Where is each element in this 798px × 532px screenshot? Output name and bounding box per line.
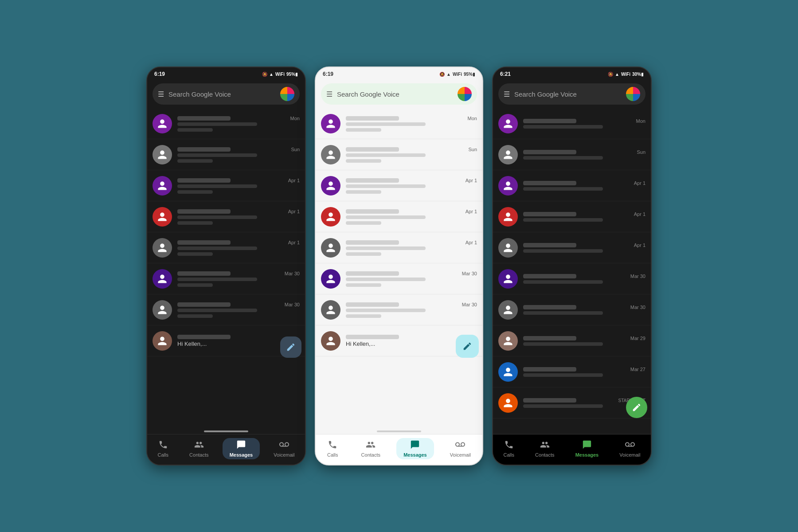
nav-contacts-3[interactable]: Contacts	[528, 438, 561, 459]
list-item[interactable]: STARWARST	[493, 387, 651, 419]
avatar	[498, 207, 518, 227]
status-bar-3: 6:21 🔕 ▲ WiFi 30%▮	[493, 67, 651, 80]
blurred-preview	[523, 218, 603, 222]
hamburger-menu-3[interactable]: ☰	[504, 90, 510, 98]
list-item[interactable]: Apr 1	[316, 170, 482, 201]
calls-icon	[158, 440, 168, 451]
calls-icon	[504, 440, 514, 451]
calls-label: Calls	[504, 452, 514, 458]
list-item[interactable]: Mon	[316, 108, 482, 139]
nav-voicemail-3[interactable]: Voicemail	[612, 438, 647, 459]
list-item[interactable]: Mar 27	[493, 356, 651, 387]
hamburger-menu-1[interactable]: ☰	[158, 90, 164, 98]
nav-messages-1[interactable]: Messages	[223, 438, 260, 459]
message-content: Mar 30	[177, 302, 300, 318]
blurred-preview	[523, 280, 603, 284]
avatar	[321, 269, 340, 289]
message-content: Sun	[346, 147, 477, 163]
user-avatar-3[interactable]	[626, 87, 640, 101]
list-item[interactable]: Mar 30	[316, 294, 482, 325]
compose-fab-3[interactable]	[626, 397, 647, 418]
user-avatar-1[interactable]	[280, 87, 294, 101]
nav-messages-2[interactable]: Messages	[396, 438, 434, 459]
avatar	[498, 114, 518, 133]
message-content: Mon	[346, 116, 477, 132]
avatar	[498, 300, 518, 320]
blurred-name	[523, 119, 576, 123]
list-item[interactable]: Sun	[316, 139, 482, 170]
bottom-nav-1: Calls Contacts Messages Voicemail	[147, 434, 305, 465]
blurred-preview-2	[177, 252, 213, 256]
contacts-label: Contacts	[189, 452, 208, 458]
phone-2: 6:19 🔕 ▲ WiFi 95%▮ ☰ Search Google Voice	[315, 66, 483, 466]
blurred-preview	[346, 246, 426, 250]
status-icons-2: 🔕 ▲ WiFi 95%▮	[439, 72, 475, 77]
blurred-name	[523, 367, 576, 372]
list-item[interactable]: Apr 1	[493, 201, 651, 232]
list-item[interactable]: Apr 1	[316, 201, 482, 232]
blurred-name	[523, 398, 576, 403]
message-date: Mar 30	[285, 302, 300, 307]
blurred-preview-2	[177, 128, 213, 132]
search-bar-1[interactable]: ☰ Search Google Voice	[153, 83, 300, 105]
nav-contacts-2[interactable]: Contacts	[354, 438, 387, 459]
mute-icon: 🔕	[439, 72, 445, 77]
blurred-name	[346, 271, 399, 276]
message-content: Apr 1	[346, 178, 477, 194]
voicemail-label: Voicemail	[619, 452, 640, 458]
message-date: Sun	[637, 149, 645, 155]
list-item[interactable]: Apr 1	[493, 232, 651, 263]
voicemail-label: Voicemail	[450, 452, 471, 458]
avatar	[153, 176, 172, 196]
list-item[interactable]: Mar 30	[147, 294, 305, 325]
list-item[interactable]: Hi Kellen,...	[316, 325, 482, 356]
list-item[interactable]: Mar 30	[147, 263, 305, 294]
blurred-name	[523, 150, 576, 154]
list-item[interactable]: Hi Kellen,...	[147, 325, 305, 356]
message-date: Apr 1	[466, 178, 477, 183]
blurred-preview-2	[346, 190, 381, 194]
blurred-preview	[177, 184, 257, 188]
list-item[interactable]: Sun	[147, 139, 305, 170]
nav-voicemail-1[interactable]: Voicemail	[266, 438, 301, 459]
blurred-name	[523, 243, 576, 247]
list-item[interactable]: Sun	[493, 139, 651, 170]
nav-calls-1[interactable]: Calls	[151, 438, 176, 459]
compose-fab-1[interactable]	[280, 336, 301, 358]
nav-contacts-1[interactable]: Contacts	[182, 438, 215, 459]
list-item[interactable]: Apr 1	[147, 170, 305, 201]
blurred-name	[177, 271, 231, 276]
search-input-1[interactable]: Search Google Voice	[168, 90, 276, 98]
user-avatar-2[interactable]	[458, 87, 472, 101]
message-date: Mon	[290, 116, 300, 121]
search-bar-2[interactable]: ☰ Search Google Voice	[321, 83, 477, 105]
list-item[interactable]: Mar 30	[493, 294, 651, 325]
nav-voicemail-2[interactable]: Voicemail	[443, 438, 478, 459]
message-date: Mar 30	[285, 271, 300, 276]
list-item[interactable]: Apr 1	[316, 232, 482, 263]
list-item[interactable]: Mar 30	[316, 263, 482, 294]
wifi-icon: WiFi	[621, 72, 630, 77]
hamburger-menu-2[interactable]: ☰	[326, 90, 332, 98]
search-input-3[interactable]: Search Google Voice	[514, 90, 622, 98]
nav-messages-3[interactable]: Messages	[568, 438, 606, 459]
message-date: Apr 1	[634, 243, 645, 248]
message-date: Sun	[291, 147, 300, 152]
list-item[interactable]: Mon	[147, 108, 305, 139]
list-item[interactable]: Mar 30	[493, 263, 651, 294]
list-item[interactable]: Apr 1	[147, 201, 305, 232]
compose-fab-2[interactable]	[456, 335, 479, 358]
blurred-name	[177, 302, 231, 307]
list-item[interactable]: Apr 1	[147, 232, 305, 263]
list-item[interactable]: Mar 29	[493, 325, 651, 356]
nav-calls-2[interactable]: Calls	[320, 438, 345, 459]
nav-calls-3[interactable]: Calls	[497, 438, 521, 459]
list-item[interactable]: Apr 1	[493, 170, 651, 201]
message-content: Apr 1	[523, 243, 645, 253]
search-input-2[interactable]: Search Google Voice	[337, 90, 453, 98]
blurred-name	[346, 335, 399, 339]
blurred-preview	[346, 309, 426, 312]
list-item[interactable]: Mon	[493, 108, 651, 139]
message-list-2: Mon Sun	[316, 108, 482, 430]
search-bar-3[interactable]: ☰ Search Google Voice	[498, 83, 645, 105]
